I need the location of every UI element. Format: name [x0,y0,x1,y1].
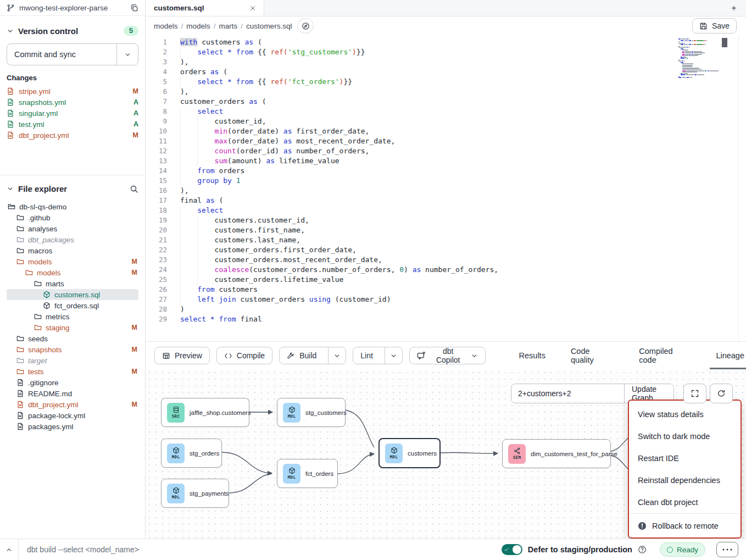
close-tab-icon[interactable] [249,5,256,12]
tab-lineage[interactable]: Lineage [714,342,746,369]
fullscreen-button[interactable] [683,384,706,403]
commit-and-sync-button[interactable]: Commit and sync [7,43,138,65]
dbt-copilot-button[interactable]: dbt Copilot [409,347,486,364]
lineage-node-stg-orders[interactable]: MDLstg_orders [161,439,222,468]
lineage-node-stg-customers[interactable]: MDLstg_customers [277,398,346,427]
code-line[interactable]: 29select * from final [146,315,746,325]
code-line[interactable]: 13sum(amount) as lifetime_value [146,157,746,167]
code-line[interactable]: 12count(order_id) as number_of_orders, [146,147,746,157]
lineage-search-input[interactable] [511,384,624,403]
code-line[interactable]: 26from customers [146,285,746,295]
lineage-node-customers[interactable]: MDLcustomers [378,438,441,468]
editor-scrollbar-track[interactable] [738,35,746,341]
code-line[interactable]: 20customers.first_name, [146,226,746,236]
tree-item-marts[interactable]: marts [7,278,138,289]
change-row[interactable]: stripe.ymlM [7,86,138,97]
code-line[interactable]: 5select * from {{ ref('fct_orders')}} [146,77,746,87]
code-line[interactable]: 2select * from {{ ref('stg_customers')}} [146,48,746,58]
tree-item-dbt-packages[interactable]: dbt_packages [7,234,138,245]
code-line[interactable]: 3), [146,58,746,68]
code-line[interactable]: 16), [146,186,746,196]
editor-minimap[interactable] [678,38,721,79]
code-line[interactable]: 18select [146,206,746,216]
status-badge[interactable]: Ready [660,542,705,557]
tree-item-target[interactable]: target [7,355,138,366]
lint-options-dropdown[interactable] [385,347,402,364]
code-line[interactable]: 14from orders [146,167,746,176]
menu-item-rollback-to-remote[interactable]: Rollback to remote [629,513,741,537]
code-line[interactable]: 25customer_orders.lifetime_value [146,275,746,285]
code-line[interactable]: 1with customers as ( [146,38,746,48]
code-line[interactable]: 10min(order_date) as first_order_date, [146,127,746,137]
tree-item--gitignore[interactable]: .gitignore [7,377,138,388]
code-line[interactable]: 11max(order_date) as most_recent_order_d… [146,137,746,147]
build-button[interactable]: Build [280,347,324,364]
code-line[interactable]: 21customers.last_name, [146,236,746,246]
tree-item-packages-yml[interactable]: packages.yml [7,421,138,432]
menu-item-clean-dbt-project[interactable]: Clean dbt project [629,491,741,513]
code-line[interactable]: 24coalesce(customer_orders.number_of_ord… [146,265,746,275]
tree-item-metrics[interactable]: metrics [7,311,138,322]
tree-item-macros[interactable]: macros [7,245,138,256]
commit-options-dropdown[interactable] [116,44,138,65]
build-options-dropdown[interactable] [328,347,346,364]
preview-button[interactable]: Preview [154,347,210,364]
code-line[interactable]: 8select [146,107,746,117]
menu-item-restart-ide[interactable]: Restart IDE [629,447,741,469]
change-row[interactable]: snapshots.ymlA [7,97,138,108]
tab-code-quality[interactable]: Code quality [569,342,615,369]
tree-item-models[interactable]: modelsM [7,256,138,267]
tab-compiled-code[interactable]: Compiled code [637,342,692,369]
locate-in-explorer-button[interactable] [297,18,314,34]
lineage-node-fct-orders[interactable]: MDLfct_orders [277,459,338,488]
menu-item-reinstall-dependencies[interactable]: Reinstall dependencies [629,469,741,491]
defer-toggle[interactable] [502,544,522,555]
lineage-canvas[interactable]: SRCjaffle_shop.customersMDLstg_customers… [146,369,746,539]
tree-item-dbt-project-yml[interactable]: dbt_project.ymlM [7,399,138,410]
lineage-node-stg-payments[interactable]: MDLstg_payments [161,479,229,508]
help-icon[interactable] [638,545,647,554]
save-button[interactable]: Save [692,18,737,34]
expand-command-bar-button[interactable] [0,539,19,560]
tree-item-tests[interactable]: testsM [7,366,138,377]
tree-item-readme-md[interactable]: README.md [7,388,138,399]
copy-icon[interactable] [130,4,138,12]
refresh-button[interactable] [710,384,733,403]
code-line[interactable]: 19customers.customer_id, [146,216,746,226]
lineage-node-dim-customers-test-for-parse[interactable]: SEMdim_customers_test_for_parse [502,439,611,468]
tree-item-staging[interactable]: stagingM [7,322,138,333]
menu-item-view-status-details[interactable]: View status details [629,403,741,425]
code-line[interactable]: 6), [146,87,746,97]
code-line[interactable]: 4orders as ( [146,68,746,77]
change-row[interactable]: singular.ymlA [7,108,138,119]
code-line[interactable]: 22customer_orders.first_order_date, [146,246,746,256]
tree-item-snapshots[interactable]: snapshotsM [7,344,138,355]
lint-button[interactable]: Lint [353,347,380,364]
change-row[interactable]: test.ymlA [7,119,138,130]
chevron-down-icon[interactable] [7,185,14,192]
tab-results[interactable]: Results [517,342,547,369]
file-search-icon[interactable] [130,185,138,193]
more-options-button[interactable] [716,542,738,557]
tree-item--github[interactable]: .github [7,212,138,223]
tree-item-customers-sql[interactable]: customers.sql [7,289,138,300]
tree-item-db-sl-qs-demo[interactable]: db-sl-qs-demo [7,201,138,212]
tree-item-fct-orders-sql[interactable]: fct_orders.sql [7,300,138,311]
tree-item-models[interactable]: modelsM [7,267,138,278]
new-tab-button[interactable]: + [722,0,746,16]
compile-button[interactable]: Compile [216,347,272,364]
tab-customers-sql[interactable]: customers.sql [146,0,264,16]
breadcrumb-segment[interactable]: customers.sql [246,22,292,30]
code-line[interactable]: 17final as ( [146,196,746,206]
chevron-down-icon[interactable] [7,27,14,35]
tree-item-seeds[interactable]: seeds [7,333,138,344]
menu-item-switch-to-dark-mode[interactable]: Switch to dark mode [629,425,741,447]
breadcrumb-segment[interactable]: marts [219,22,238,30]
breadcrumb-segment[interactable]: models [154,22,178,30]
code-line[interactable]: 28) [146,305,746,315]
code-line[interactable]: 9customer_id, [146,117,746,127]
code-line[interactable]: 23customer_orders.most_recent_order_date… [146,256,746,265]
code-editor[interactable]: 1with customers as (2select * from {{ re… [146,35,746,341]
code-line[interactable]: 7customer_orders as ( [146,97,746,107]
tree-item-analyses[interactable]: analyses [7,223,138,234]
